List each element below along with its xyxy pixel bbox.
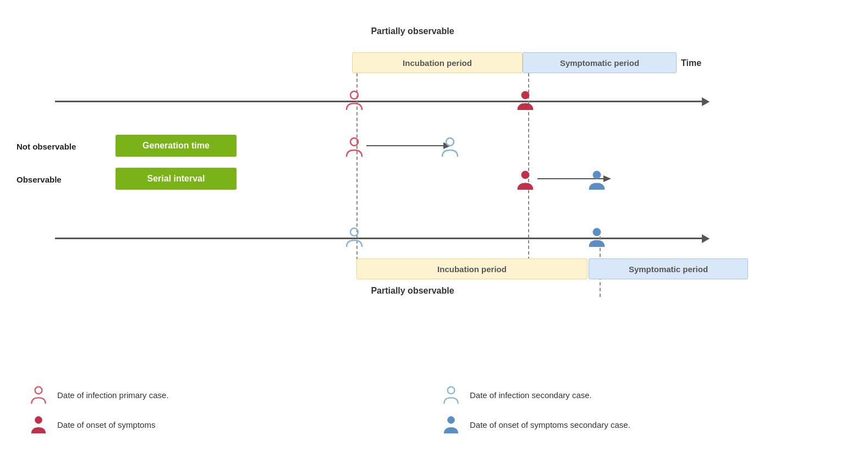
primary-infection-top-icon bbox=[342, 88, 366, 112]
svg-point-0 bbox=[350, 91, 358, 99]
symptomatic-period-top: Symptomatic period bbox=[523, 52, 677, 73]
svg-point-11 bbox=[593, 228, 601, 236]
incubation-period-bottom: Incubation period bbox=[356, 258, 587, 279]
observable-label: Observable bbox=[17, 175, 62, 184]
svg-point-9 bbox=[593, 171, 601, 179]
timeline-bottom-arrow bbox=[702, 234, 710, 243]
timeline-top bbox=[55, 101, 704, 102]
svg-point-12 bbox=[35, 387, 42, 394]
legend-primary-infection: Date of infection primary case. bbox=[28, 384, 169, 406]
legend-onset-symptoms: Date of onset of symptoms bbox=[28, 414, 169, 436]
svg-point-15 bbox=[448, 416, 455, 423]
legend-right: Date of infection secondary case. Date o… bbox=[440, 384, 630, 436]
legend-secondary-onset: Date of onset of symptoms secondary case… bbox=[440, 414, 630, 436]
symptomatic-period-bottom: Symptomatic period bbox=[589, 258, 748, 279]
secondary-infection-mid-icon bbox=[438, 135, 462, 159]
secondary-infection-bottom-icon bbox=[342, 225, 366, 249]
secondary-onset-si-icon bbox=[585, 168, 609, 192]
svg-point-10 bbox=[350, 228, 358, 236]
legend-primary-infection-label: Date of infection primary case. bbox=[57, 390, 169, 400]
not-observable-label: Not observable bbox=[17, 142, 76, 151]
legend-left: Date of infection primary case. Date of … bbox=[28, 384, 169, 436]
svg-point-1 bbox=[521, 91, 529, 99]
svg-point-2 bbox=[350, 138, 358, 146]
primary-onset-top-icon bbox=[513, 88, 537, 112]
partially-observable-top-label: Partially observable bbox=[330, 26, 495, 36]
svg-point-13 bbox=[35, 416, 42, 423]
diagram-container: Partially observable Incubation period S… bbox=[0, 0, 868, 452]
primary-infection-mid-icon bbox=[342, 135, 366, 159]
timeline-top-arrow bbox=[702, 97, 710, 106]
partially-observable-bottom-label: Partially observable bbox=[330, 286, 495, 296]
legend-secondary-infection: Date of infection secondary case. bbox=[440, 384, 630, 406]
serial-interval-box: Serial interval bbox=[116, 168, 237, 190]
generation-time-box: Generation time bbox=[116, 135, 237, 157]
svg-point-6 bbox=[521, 171, 529, 179]
svg-point-5 bbox=[446, 138, 454, 146]
secondary-onset-bottom-icon bbox=[585, 225, 609, 249]
incubation-period-top: Incubation period bbox=[352, 52, 523, 73]
legend-secondary-onset-label: Date of onset of symptoms secondary case… bbox=[470, 420, 630, 429]
time-label: Time bbox=[681, 58, 701, 68]
svg-point-14 bbox=[448, 387, 455, 394]
legend-secondary-infection-label: Date of infection secondary case. bbox=[470, 390, 592, 400]
primary-onset-si-icon bbox=[513, 168, 537, 192]
legend-onset-symptoms-label: Date of onset of symptoms bbox=[57, 420, 155, 429]
